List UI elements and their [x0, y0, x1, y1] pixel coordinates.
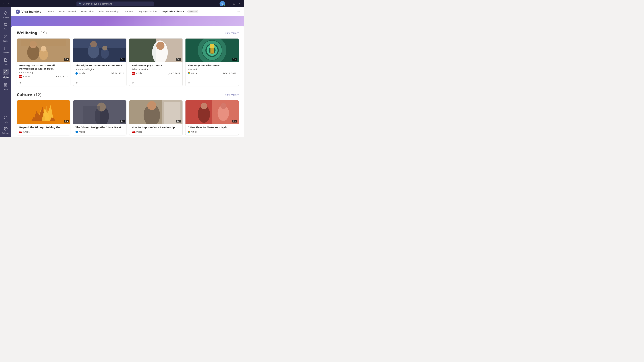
card-image-3: 7m	[129, 38, 182, 62]
nav-links: Home Stay connected Protect time Effecti…	[45, 8, 237, 15]
wellbeing-card-4[interactable]: 7m The Ways We Disconnect Microsoft	[185, 38, 239, 86]
card-body-c3: How to Improve Your Leadership HBR Artic…	[129, 124, 182, 135]
sidebar-item-label: Help	[4, 121, 8, 123]
wellbeing-card-1[interactable]: 5m Burning Out? Give Yourself Permission…	[17, 38, 70, 86]
nav-stay-connected[interactable]: Stay connected	[56, 8, 78, 15]
nav-my-team[interactable]: My team	[122, 8, 136, 15]
app-title: Viva Insights	[22, 10, 41, 13]
source-hbr-icon-c3: HBR	[132, 131, 135, 133]
search-placeholder: Search or type a command	[83, 2, 112, 5]
eye-icon-2[interactable]: 👁	[76, 82, 78, 84]
wellbeing-section-header: Wellbeing (19) View more ∨	[17, 31, 239, 35]
sidebar-item-chat[interactable]: Chat	[1, 20, 11, 31]
svg-point-13	[5, 128, 6, 129]
card-image-c1: 5m	[17, 100, 70, 124]
card-image-2: 3m	[73, 38, 126, 62]
source-hbr-icon-c1: HBR	[19, 131, 22, 133]
eye-icon-1[interactable]: 👁	[19, 82, 22, 84]
wellbeing-title-group: Wellbeing (19)	[17, 31, 47, 35]
title-bar-nav: ‹ ›	[2, 1, 10, 6]
wellbeing-view-more[interactable]: View more ∨	[225, 32, 239, 34]
culture-card-4[interactable]: 8m 5 Practices to Make Your Hybrid	[185, 100, 239, 135]
minimize-button[interactable]: −	[226, 2, 230, 6]
card-image-1: 5m	[17, 38, 70, 62]
content-area: Viva Insights Home Stay connected Protec…	[12, 7, 244, 137]
svg-point-51	[147, 101, 156, 110]
search-bar[interactable]: 🔍 Search or type a command	[76, 1, 154, 6]
viva-insights-icon-wrap	[3, 69, 9, 75]
card-duration-c2: 7m	[120, 120, 125, 122]
card-duration-1: 5m	[64, 58, 69, 61]
help-icon-wrap	[3, 115, 9, 121]
sidebar-item-calendar[interactable]: Calendar	[1, 44, 11, 55]
culture-view-more[interactable]: View more ∨	[225, 93, 239, 96]
nav-protect-time[interactable]: Protect time	[78, 8, 96, 15]
eye-icon-4[interactable]: 👁	[188, 82, 190, 84]
card-meta-c2: Article	[76, 131, 124, 133]
wellbeing-card-3[interactable]: 7m Rediscover Joy at Work Rebecca Newton…	[129, 38, 183, 86]
card-duration-c1: 5m	[64, 120, 69, 122]
back-button[interactable]: ‹	[2, 1, 6, 6]
main-content[interactable]: Wellbeing (19) View more ∨	[12, 26, 244, 137]
sidebar-item-apps[interactable]: Apps	[1, 81, 11, 92]
nav-effective-meetings[interactable]: Effective meetings	[97, 8, 122, 15]
svg-rect-47	[83, 106, 100, 124]
status-dot	[223, 5, 225, 6]
sidebar-item-activity[interactable]: Activity	[1, 9, 11, 20]
apps-icon-wrap	[3, 82, 9, 88]
card-meta-c1: HBR Article	[19, 131, 68, 133]
card-date-4: Feb 18, 2022	[223, 72, 236, 75]
culture-card-3[interactable]: 2m How to Improve Your Leadership HBR Ar…	[129, 100, 183, 135]
card-body-c4: 5 Practices to Make Your Hybrid	[186, 124, 239, 135]
card-date-2: Feb 18, 2022	[111, 72, 124, 75]
card-type-3: HBR Article	[132, 72, 142, 75]
svg-point-24	[90, 41, 97, 47]
card-type-2: Article	[76, 72, 85, 75]
culture-card-1[interactable]: 5m Beyond the Binary: Solving the HBR Ar…	[17, 100, 70, 135]
forward-button[interactable]: ›	[7, 1, 10, 6]
card-type-c1: HBR Article	[19, 131, 30, 133]
sidebar-item-help[interactable]: Help	[1, 113, 11, 124]
activity-icon	[4, 11, 8, 15]
sidebar-item-label: Chat	[4, 28, 8, 30]
files-icon-wrap	[3, 57, 9, 63]
avatar[interactable]: U	[220, 1, 225, 6]
content-inner: Wellbeing (19) View more ∨	[12, 26, 244, 137]
app-logo-icon	[16, 9, 20, 14]
culture-section-header: Culture (12) View more ∨	[17, 93, 239, 97]
sidebar-item-files[interactable]: Files	[1, 56, 11, 67]
wellbeing-title: Wellbeing	[17, 31, 38, 35]
sidebar-item-teams[interactable]: Teams	[1, 32, 11, 43]
source-dot-icon-2	[76, 72, 78, 75]
culture-card-2[interactable]: 7m The "Great Resignation" Is a Great Ar…	[73, 100, 126, 135]
settings-icon-wrap	[3, 126, 9, 132]
svg-point-0	[6, 35, 7, 36]
nav-my-organization[interactable]: My organization	[137, 8, 159, 15]
svg-point-19	[40, 46, 46, 51]
card-type-4: Article	[188, 72, 198, 75]
nav-home[interactable]: Home	[45, 8, 56, 15]
card-duration-3: 7m	[176, 58, 181, 61]
card-body-4: The Ways We Disconnect Microsoft	[186, 62, 239, 80]
files-icon	[4, 58, 8, 62]
sidebar-item-label: Viva Insights	[2, 75, 10, 79]
settings-icon	[4, 127, 8, 131]
nav-inspiration-library[interactable]: Inspiration library	[159, 8, 186, 15]
card-title-c2: The "Great Resignation" Is a Great	[76, 126, 124, 129]
chevron-down-icon: ∨	[237, 32, 239, 34]
eye-icon-3[interactable]: 👁	[132, 82, 134, 84]
maximize-button[interactable]: □	[232, 2, 236, 6]
card-title-3: Rediscover Joy at Work	[132, 64, 180, 67]
source-dot-icon-c2	[76, 131, 78, 133]
sidebar-item-viva-insights[interactable]: Viva Insights	[1, 67, 11, 80]
card-duration-c3: 2m	[176, 120, 181, 122]
sidebar-item-settings[interactable]: Settings	[1, 124, 11, 135]
close-button[interactable]: ×	[238, 2, 242, 6]
viva-insights-icon	[4, 70, 8, 73]
sidebar-item-label: Activity	[2, 16, 9, 18]
card-meta-c4: Article	[188, 131, 236, 133]
more-options-button[interactable]: ···	[237, 10, 240, 13]
wellbeing-card-2[interactable]: 3m The Right to Disconnect From Work Ari…	[73, 38, 126, 86]
chat-icon-wrap	[3, 22, 9, 28]
card-author-4: Microsoft	[188, 68, 236, 70]
